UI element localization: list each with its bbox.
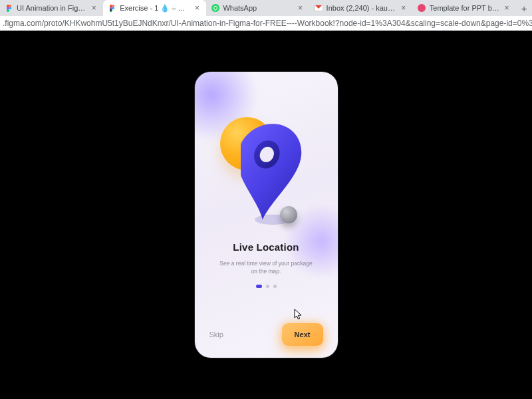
tab-template[interactable]: Template for PPT by Kaustu ×: [413, 0, 516, 16]
tab-title: UI Animation in Figma for F: [17, 4, 86, 12]
page-dot-3[interactable]: [273, 285, 277, 288]
gmail-icon: [315, 4, 323, 13]
tab-title: Exercise - 1 💧 – UI Anim: [120, 4, 190, 13]
browser-chrome: UI Animation in Figma for F × Exercise -…: [0, 0, 532, 31]
close-icon[interactable]: ×: [90, 4, 98, 12]
tab-strip: UI Animation in Figma for F × Exercise -…: [0, 0, 532, 16]
whatsapp-icon: [211, 4, 219, 13]
page-dot-2[interactable]: [266, 285, 269, 288]
skip-button[interactable]: Skip: [209, 331, 223, 338]
onboarding-title: Live Location: [209, 241, 323, 253]
hero-illustration: [195, 85, 338, 245]
address-bar[interactable]: .figma.com/proto/KHKwohmU5t1yBuEJNdKnxr/…: [0, 16, 532, 31]
close-icon[interactable]: ×: [503, 4, 511, 12]
prototype-stage: Live Location See a real time view of yo…: [0, 31, 532, 399]
tab-title: WhatsApp: [223, 4, 293, 12]
tab-figma-doc[interactable]: UI Animation in Figma for F ×: [0, 0, 103, 16]
url-text: .figma.com/proto/KHKwohmU5t1yBuEJNdKnxr/…: [3, 19, 532, 28]
grey-sphere-icon: [280, 206, 297, 223]
page-indicator: [195, 285, 338, 288]
tab-title: Inbox (2,240) - kaustubh.a: [327, 4, 396, 12]
new-tab-button[interactable]: +: [516, 0, 532, 16]
tab-whatsapp[interactable]: WhatsApp ×: [206, 0, 309, 16]
close-icon[interactable]: ×: [193, 4, 201, 12]
tab-figma-proto[interactable]: Exercise - 1 💧 – UI Anim ×: [103, 0, 206, 16]
tab-gmail[interactable]: Inbox (2,240) - kaustubh.a ×: [310, 0, 413, 16]
app-icon: [418, 4, 426, 13]
next-button[interactable]: Next: [282, 323, 323, 346]
close-icon[interactable]: ×: [297, 4, 305, 12]
page-dot-1[interactable]: [256, 285, 262, 288]
close-icon[interactable]: ×: [400, 4, 408, 12]
onboarding-copy: Live Location See a real time view of yo…: [195, 241, 338, 276]
figma-icon: [5, 4, 13, 13]
onboarding-subtitle: See a real time view of your package on …: [209, 259, 323, 276]
phone-frame: Live Location See a real time view of yo…: [195, 72, 338, 358]
figma-play-icon: [108, 4, 116, 13]
onboarding-footer: Skip Next: [195, 323, 338, 346]
tab-title: Template for PPT by Kaustu: [430, 4, 499, 12]
